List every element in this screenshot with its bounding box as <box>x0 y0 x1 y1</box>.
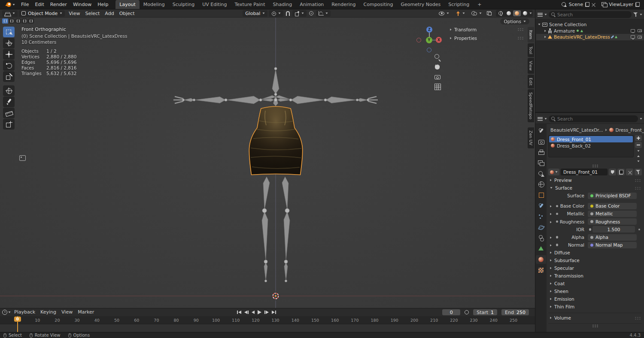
play-button[interactable] <box>258 310 261 314</box>
n-panel-header[interactable]: Transform <box>450 26 524 33</box>
expand-icon[interactable] <box>550 213 551 215</box>
move-slot-up-button[interactable] <box>635 154 642 158</box>
fake-user-button[interactable] <box>609 169 616 175</box>
subpanel-header[interactable]: Thin Film <box>548 303 642 311</box>
outliner-row-latexdress[interactable]: BeautsieVRC_LatexDress <box>536 34 644 40</box>
shading-rendered-button[interactable] <box>521 10 529 16</box>
tab-scene[interactable] <box>536 169 546 178</box>
menu-item[interactable]: Render <box>47 0 70 9</box>
n-panel-tab[interactable]: Edit <box>528 75 534 88</box>
options-dropdown[interactable]: Options <box>500 18 529 24</box>
select-mode-extend-button[interactable] <box>9 18 15 24</box>
orientation-dropdown[interactable]: Global <box>243 10 267 17</box>
jump-to-start-button[interactable] <box>237 311 241 314</box>
viewport-menu-item[interactable]: Add <box>102 9 116 17</box>
move-slot-down-button[interactable] <box>635 159 642 163</box>
gizmo-x-axis[interactable]: X <box>436 37 442 43</box>
select-mode-intersect-button[interactable] <box>28 18 34 24</box>
new-scene-button[interactable] <box>585 2 589 7</box>
gizmo-x-neg[interactable] <box>416 38 421 42</box>
subpanel-header[interactable]: Emission <box>548 295 642 303</box>
browse-material-button[interactable] <box>548 169 559 175</box>
tool-button[interactable] <box>3 119 15 130</box>
mode-dropdown[interactable]: Object Mode <box>19 10 65 17</box>
roughness-input[interactable]: Roughness <box>588 218 637 225</box>
select-mode-new-button[interactable] <box>2 18 8 24</box>
chevron-down-icon[interactable] <box>544 14 547 15</box>
subpanel-header[interactable]: Coat <box>548 280 642 287</box>
subpanel-header[interactable]: Transmission <box>548 272 642 280</box>
jump-to-end-button[interactable] <box>272 311 276 314</box>
outliner-editor-icon[interactable] <box>538 12 543 17</box>
pivot-dropdown[interactable] <box>269 10 283 17</box>
slot-specials-button[interactable] <box>635 149 642 153</box>
auto-keying-icon[interactable] <box>465 310 469 314</box>
timeline-menu-item[interactable]: View <box>59 308 75 316</box>
tool-button[interactable] <box>3 38 15 48</box>
scene-selector[interactable]: Scene <box>562 2 596 7</box>
volume-panel-header[interactable]: Volume <box>548 314 642 322</box>
frame-start-field[interactable]: Start 1 <box>473 309 497 315</box>
expand-icon[interactable] <box>550 221 551 223</box>
properties-search[interactable] <box>549 115 638 122</box>
new-viewlayer-button[interactable] <box>635 2 640 7</box>
ior-slider[interactable]: 1.500 <box>592 226 635 232</box>
tab-world[interactable] <box>536 180 546 189</box>
viewlayer-selector[interactable]: ViewLayer <box>601 2 640 7</box>
tool-button[interactable] <box>3 71 15 82</box>
timeline-menu-item[interactable]: Keying <box>38 308 59 316</box>
timeline-menu-item[interactable]: Playback <box>12 308 38 316</box>
animate-decorator-icon[interactable] <box>637 229 642 230</box>
tab-output[interactable] <box>536 148 546 157</box>
outliner-search[interactable] <box>549 11 632 18</box>
expand-icon[interactable] <box>550 205 551 208</box>
current-frame-field[interactable]: 0 <box>442 309 460 315</box>
remove-slot-button[interactable] <box>635 142 642 148</box>
add-workspace-button[interactable]: + <box>474 0 485 9</box>
workspace-tab[interactable]: Sculpting <box>169 0 198 9</box>
tool-button[interactable] <box>3 49 15 60</box>
disclosure-icon[interactable] <box>544 36 546 38</box>
workspace-tab[interactable]: Shading <box>269 0 296 9</box>
list-resize-grip[interactable] <box>548 163 642 168</box>
workspace-tab[interactable]: Animation <box>296 0 328 9</box>
blender-menu-button[interactable] <box>3 0 17 9</box>
camera-view-icon[interactable] <box>434 73 441 81</box>
surface-shader-button[interactable]: Principled BSDF <box>588 193 637 199</box>
tab-modifiers[interactable] <box>536 202 546 210</box>
properties-editor-icon[interactable] <box>538 117 543 121</box>
play-reverse-button[interactable] <box>252 311 255 314</box>
tool-button[interactable] <box>3 27 15 37</box>
preview-panel-header[interactable]: Preview <box>548 176 642 184</box>
menu-item[interactable]: Edit <box>32 0 47 9</box>
menu-item[interactable]: Window <box>70 0 94 9</box>
workspace-tab[interactable]: Geometry Nodes <box>397 0 444 9</box>
tab-physics[interactable] <box>536 223 546 232</box>
filter-icon[interactable] <box>633 12 638 17</box>
n-panel-tab[interactable]: Item <box>528 27 534 42</box>
tab-particles[interactable] <box>536 212 546 221</box>
subpanel-header[interactable]: Diffuse <box>548 249 642 257</box>
tab-object-data[interactable] <box>536 244 546 253</box>
disable-render-icon[interactable] <box>638 36 642 39</box>
gizmos-dropdown[interactable] <box>453 10 468 17</box>
workspace-tab[interactable]: Modeling <box>140 0 169 9</box>
workspace-tab[interactable]: Compositing <box>360 0 397 9</box>
tool-button[interactable] <box>3 97 15 107</box>
workspace-tab[interactable]: Scripting <box>444 0 473 9</box>
new-material-button[interactable] <box>617 169 625 175</box>
snap-target-dropdown[interactable] <box>292 10 307 17</box>
properties-search-input[interactable] <box>557 116 635 121</box>
base-color-input[interactable]: Base Color <box>588 203 637 209</box>
timeline-editor-icon[interactable] <box>2 310 7 315</box>
expand-icon[interactable] <box>550 244 551 247</box>
shading-solid-button[interactable] <box>505 10 513 16</box>
alpha-input[interactable]: Alpha <box>588 234 637 241</box>
viewport-menu-item[interactable]: Object <box>117 9 137 17</box>
viewport-menu-item[interactable]: Select <box>82 9 102 17</box>
menu-item[interactable]: File <box>18 0 32 9</box>
dress-object[interactable] <box>249 106 302 175</box>
shading-material-button[interactable] <box>513 10 521 16</box>
workspace-tab[interactable]: Texture Paint <box>231 0 269 9</box>
select-mode-invert-button[interactable] <box>21 18 27 24</box>
